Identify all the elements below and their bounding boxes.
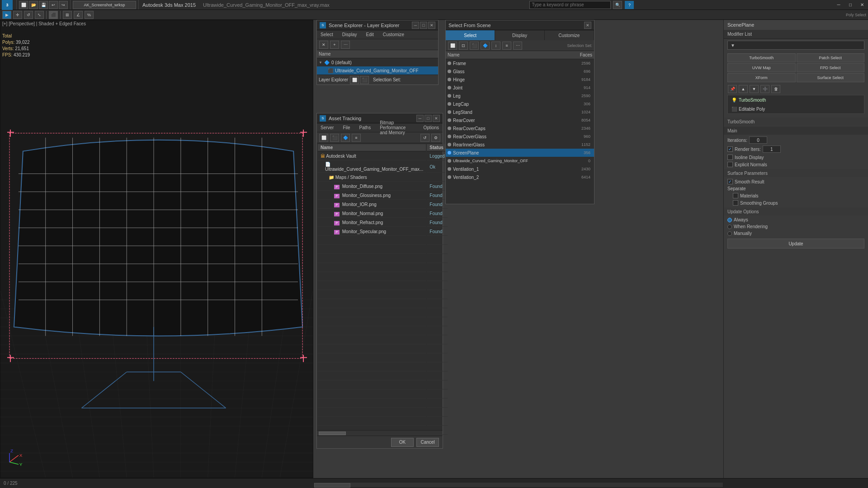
le-menu-display[interactable]: Display: [340, 31, 359, 38]
at-row-tex4[interactable]: P Monitor_Normal.png Found: [318, 210, 448, 218]
sfs-titlebar[interactable]: Select From Scene ✕: [446, 20, 594, 30]
le-menu-edit[interactable]: Edit: [364, 31, 376, 38]
le-options-icon[interactable]: ⋯: [341, 41, 350, 49]
layer-1-item[interactable]: ⬛ Ultrawide_Curved_Gaming_Monitor_OFF: [317, 66, 438, 75]
at-row-folder[interactable]: 📁 Maps / Shaders: [318, 174, 448, 182]
at-row-tex2[interactable]: P Monitor_Glossiness.png Found: [318, 192, 448, 200]
sfs-item-screenplane[interactable]: ScreenPlane 356: [446, 149, 594, 157]
rotate-btn[interactable]: ↺: [24, 11, 33, 19]
sfs-btn5[interactable]: ↕: [491, 42, 500, 50]
sfs-item-legcap[interactable]: LegCap 306: [446, 100, 594, 108]
fpd-select-btn[interactable]: FPD Select: [797, 63, 865, 72]
sfs-item-legstand[interactable]: LegStand 1024: [446, 108, 594, 116]
editable-poly-stack-item[interactable]: ⬛ Editable Poly: [728, 104, 864, 113]
sfs-item-rearinnerclass[interactable]: RearInnerGlass 1152: [446, 141, 594, 149]
save-btn[interactable]: 💾: [39, 1, 48, 9]
at-row-file[interactable]: 📄 Ultrawide_Curved_Gaming_Monitor_OFF_ma…: [318, 161, 448, 173]
search-icon[interactable]: 🔍: [613, 1, 622, 9]
at-menu-server[interactable]: Server: [319, 124, 335, 131]
sfs-item-glass[interactable]: Glass 696: [446, 67, 594, 75]
minimize-btn[interactable]: ─: [833, 0, 844, 10]
sfs-item-hinge[interactable]: Hinge 9184: [446, 75, 594, 84]
sfs-btn4[interactable]: 🔷: [481, 42, 490, 50]
sfs-item-monitor[interactable]: Ultrawide_Curved_Gaming_Monitor_OFF 0: [446, 157, 594, 165]
layer-0-item[interactable]: ▼ 🔷 0 (default): [317, 58, 438, 66]
angle-btn[interactable]: ∠: [74, 11, 83, 19]
always-radio[interactable]: [727, 218, 732, 222]
sfs-item-rearcoverslass[interactable]: RearCoverGlass 960: [446, 132, 594, 141]
stack-trash-btn[interactable]: 🗑: [771, 85, 780, 93]
panel-minimize[interactable]: ─: [412, 22, 419, 29]
modifier-dropdown[interactable]: ▼: [727, 41, 864, 50]
panel-maximize[interactable]: □: [420, 22, 427, 29]
snap-btn[interactable]: ⊞: [63, 11, 72, 19]
xform-btn[interactable]: XForm: [727, 73, 796, 82]
undo-btn[interactable]: ↩: [49, 1, 58, 9]
smoothing-groups-checkbox[interactable]: [733, 200, 738, 206]
stack-move-up-btn[interactable]: ▲: [739, 85, 748, 93]
sfs-item-leg[interactable]: Leg 2590: [446, 92, 594, 100]
percent-btn[interactable]: %: [85, 11, 94, 19]
at-options-btn[interactable]: ⚙: [431, 134, 440, 142]
le-close-icon[interactable]: ✕: [319, 41, 328, 49]
at-btn4[interactable]: ≡: [352, 134, 361, 142]
at-row-tex1[interactable]: P Monitor_Diffuse.png Found: [318, 183, 448, 191]
maximize-btn[interactable]: □: [844, 0, 856, 10]
smooth-result-checkbox[interactable]: [727, 179, 733, 184]
sfs-item-rearcovercaps[interactable]: RearCoverCaps 2346: [446, 124, 594, 132]
sfs-tab-display[interactable]: Display: [495, 30, 544, 40]
layer-explorer-titlebar[interactable]: S Scene Explorer - Layer Explorer ─ □ ✕: [317, 20, 438, 30]
sfs-close[interactable]: ✕: [584, 22, 591, 29]
at-menu-file[interactable]: File: [341, 124, 352, 131]
search-input[interactable]: [529, 1, 611, 9]
viewport[interactable]: [+] [Perspective] | Shaded + Edged Faces: [0, 20, 313, 478]
le-add-icon[interactable]: +: [330, 41, 339, 49]
sfs-tab-customize[interactable]: Customize: [545, 30, 594, 40]
sfs-btn6[interactable]: ≡: [502, 42, 511, 50]
at-btn2[interactable]: ⬛: [330, 134, 339, 142]
at-row-tex3[interactable]: P Monitor_IOR.png Found: [318, 201, 448, 209]
new-btn[interactable]: ⬜: [19, 1, 28, 9]
at-refresh-btn[interactable]: ↺: [420, 134, 429, 142]
turbosmooth-btn[interactable]: TurboSmooth: [727, 53, 796, 62]
move-btn[interactable]: ✛: [13, 11, 22, 19]
open-btn[interactable]: 📂: [29, 1, 38, 9]
sfs-btn7[interactable]: ⋯: [513, 42, 522, 50]
at-btn3[interactable]: 🔷: [341, 134, 350, 142]
sfs-tab-select[interactable]: Select: [446, 30, 495, 40]
at-close[interactable]: ✕: [433, 115, 440, 122]
at-menu-paths[interactable]: Paths: [358, 124, 373, 131]
sfs-btn3[interactable]: ⬛: [470, 42, 479, 50]
iterations-input[interactable]: [749, 136, 767, 144]
le-subbar-btn1[interactable]: ⬜: [350, 76, 359, 84]
at-minimize[interactable]: ─: [416, 115, 424, 122]
le-subbar-btn2[interactable]: ⬛: [360, 76, 369, 84]
surface-select-btn[interactable]: Surface Select: [797, 73, 865, 82]
stack-add-btn[interactable]: ➕: [760, 85, 769, 93]
at-menu-options[interactable]: Options: [422, 124, 441, 131]
at-maximize[interactable]: □: [425, 115, 432, 122]
isoline-checkbox[interactable]: [727, 155, 733, 160]
sfs-item-vent1[interactable]: Ventilation_1 2430: [446, 165, 594, 173]
render-iters-input[interactable]: [763, 145, 781, 153]
at-row-vault[interactable]: 🏛 Autodesk Vault Logged: [318, 152, 448, 160]
sfs-item-rearcover[interactable]: RearCover 8054: [446, 116, 594, 124]
scale-btn[interactable]: ⤡: [35, 11, 44, 19]
scene-plane-title[interactable]: ScenePlane: [724, 20, 868, 30]
at-btn1[interactable]: ⬜: [319, 134, 328, 142]
sfs-item-joint[interactable]: Joint 914: [446, 84, 594, 92]
at-ok-btn[interactable]: OK: [391, 438, 414, 447]
sfs-item-frame[interactable]: Frame 2596: [446, 59, 594, 67]
patch-select-btn[interactable]: Patch Select: [797, 53, 865, 62]
select-btn[interactable]: ▶: [2, 11, 11, 19]
explicit-normals-checkbox[interactable]: [727, 162, 733, 167]
when-rendering-radio[interactable]: [727, 225, 732, 229]
materials-checkbox[interactable]: [733, 193, 738, 198]
sfs-btn2[interactable]: ⊡: [459, 42, 468, 50]
panel-close[interactable]: ✕: [428, 22, 435, 29]
le-menu-select[interactable]: Select: [319, 31, 335, 38]
stack-move-dn-btn[interactable]: ▼: [750, 85, 759, 93]
close-btn[interactable]: ✕: [856, 0, 868, 10]
render-btn[interactable]: ⬛: [49, 11, 58, 19]
turbosmooth-stack-item[interactable]: 💡 TurboSmooth: [728, 95, 864, 104]
